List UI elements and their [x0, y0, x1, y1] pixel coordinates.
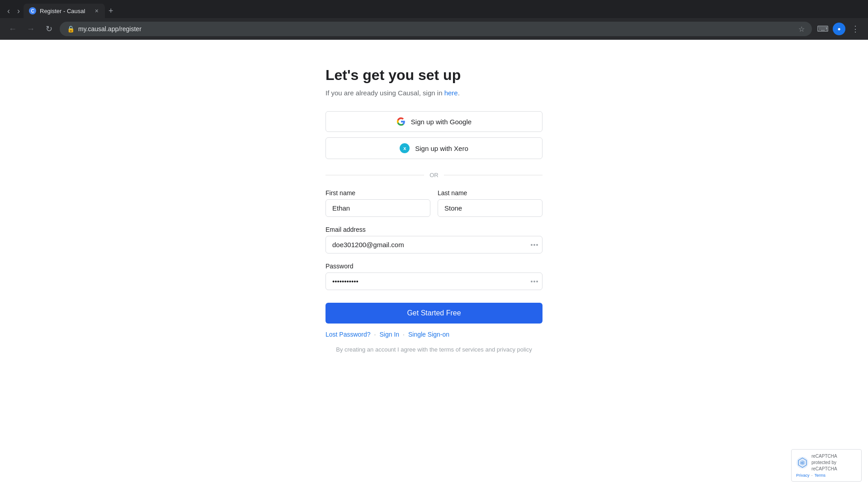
- register-container: Let's get you set up If you are already …: [326, 67, 542, 354]
- xero-icon: x: [400, 143, 410, 153]
- lost-password-link[interactable]: Lost Password?: [326, 331, 371, 338]
- tab-bar: ‹ › C Register - Causal × +: [0, 0, 868, 18]
- password-input[interactable]: [326, 272, 542, 290]
- name-row: First name Last name: [326, 189, 542, 217]
- tab-close-button[interactable]: ×: [94, 6, 99, 15]
- get-started-button[interactable]: Get Started Free: [326, 303, 542, 324]
- sign-in-subtext: If you are already using Causal, sign in…: [326, 89, 460, 97]
- first-name-group: First name: [326, 189, 430, 217]
- new-tab-button[interactable]: +: [105, 5, 117, 18]
- first-name-input[interactable]: [326, 199, 430, 217]
- lock-icon: 🔒: [67, 25, 75, 33]
- recaptcha-top: rC reCAPTCHA protected by reCAPTCHA: [796, 453, 857, 472]
- email-options-button[interactable]: [531, 244, 538, 246]
- recaptcha-terms-link[interactable]: Terms: [815, 473, 826, 478]
- password-group: Password: [326, 263, 542, 290]
- recaptcha-badge: rC reCAPTCHA protected by reCAPTCHA Priv…: [791, 449, 862, 482]
- separator-2: ·: [403, 331, 405, 338]
- first-name-label: First name: [326, 189, 430, 197]
- or-line-left: [326, 175, 424, 175]
- last-name-input[interactable]: [438, 199, 542, 217]
- browser-chrome: ‹ › C Register - Causal × + ← → ↻ 🔒 my.c…: [0, 0, 868, 40]
- url-text: my.causal.app/register: [78, 25, 795, 33]
- password-options-button[interactable]: [531, 281, 538, 282]
- svg-text:rC: rC: [801, 461, 804, 465]
- sign-in-link[interactable]: here: [444, 89, 458, 97]
- forward-button[interactable]: →: [24, 22, 38, 36]
- refresh-button[interactable]: ↻: [42, 22, 56, 36]
- google-signup-label: Sign up with Google: [411, 118, 472, 126]
- recaptcha-logo: rC: [796, 455, 809, 470]
- terms-text: By creating an account I agree with the …: [326, 345, 542, 354]
- address-bar[interactable]: 🔒 my.causal.app/register ☆: [60, 22, 812, 36]
- address-bar-row: ← → ↻ 🔒 my.causal.app/register ☆ ⌨ ● ⋮: [0, 18, 868, 40]
- or-line-right: [444, 175, 542, 175]
- page-heading: Let's get you set up: [326, 67, 461, 84]
- password-dots-icon: [531, 281, 538, 282]
- password-input-wrapper: [326, 272, 542, 290]
- tab-nav-forward-icon[interactable]: ›: [14, 5, 24, 18]
- single-sign-on-link[interactable]: Single Sign-on: [408, 331, 449, 338]
- sign-in-link-bottom[interactable]: Sign In: [380, 331, 400, 338]
- tab-title: Register - Causal: [40, 8, 90, 14]
- google-icon: [396, 117, 406, 126]
- profile-avatar: ●: [833, 23, 845, 35]
- or-divider: OR: [326, 172, 542, 178]
- toolbar-icons: ⌨ ● ⋮: [816, 22, 863, 36]
- page-content: Let's get you set up If you are already …: [0, 40, 868, 488]
- profile-icon[interactable]: ●: [832, 22, 846, 36]
- recaptcha-text: reCAPTCHA protected by reCAPTCHA: [811, 453, 857, 472]
- bottom-links: Lost Password? · Sign In · Single Sign-o…: [326, 331, 449, 338]
- recaptcha-links: Privacy - Terms: [796, 473, 857, 478]
- or-text: OR: [429, 172, 439, 178]
- recaptcha-privacy-link[interactable]: Privacy: [796, 473, 810, 478]
- email-group: Email address: [326, 226, 542, 253]
- tab-favicon: C: [29, 7, 36, 14]
- separator-1: ·: [374, 331, 376, 338]
- xero-signup-label: Sign up with Xero: [415, 145, 468, 152]
- google-signup-button[interactable]: Sign up with Google: [326, 111, 542, 132]
- password-label: Password: [326, 263, 542, 270]
- email-label: Email address: [326, 226, 542, 233]
- last-name-label: Last name: [438, 189, 542, 197]
- tab-nav-back-icon[interactable]: ‹: [4, 5, 14, 18]
- menu-icon[interactable]: ⋮: [848, 22, 863, 36]
- extensions-icon[interactable]: ⌨: [816, 22, 830, 36]
- bookmark-icon[interactable]: ☆: [798, 25, 805, 33]
- email-input[interactable]: [326, 236, 542, 253]
- xero-signup-button[interactable]: x Sign up with Xero: [326, 137, 542, 159]
- email-input-wrapper: [326, 236, 542, 253]
- dots-icon: [531, 244, 538, 246]
- active-tab[interactable]: C Register - Causal ×: [24, 4, 105, 18]
- back-button[interactable]: ←: [5, 22, 20, 36]
- last-name-group: Last name: [438, 189, 542, 217]
